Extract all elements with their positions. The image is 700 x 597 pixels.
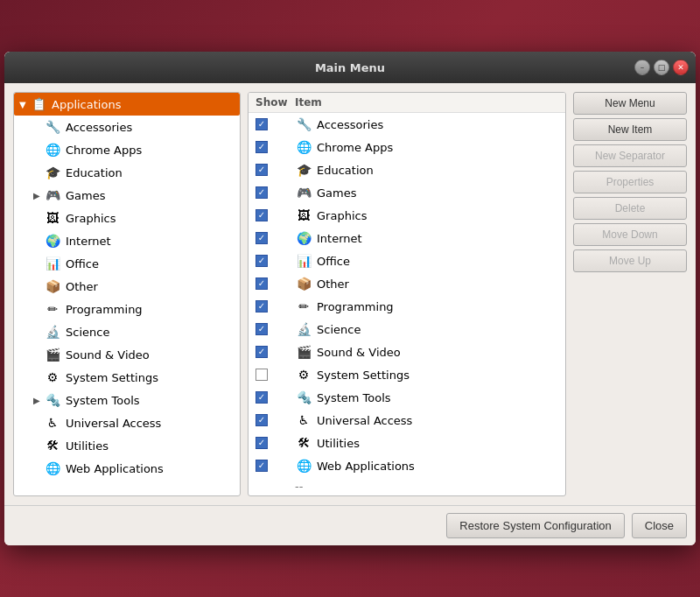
checkbox-chrome[interactable] [256, 141, 268, 153]
applications-root[interactable]: ▼ 📋 Applications [14, 93, 240, 116]
mid-internet-label: Internet [317, 232, 362, 245]
properties-button[interactable]: Properties [573, 171, 687, 193]
left-science[interactable]: 🔬 Science [14, 320, 240, 343]
checkbox-system-tools[interactable] [256, 391, 268, 404]
main-window: Main Menu – □ ✕ ▼ 📋 Applications 🔧 Acces… [4, 52, 696, 545]
check-system-settings[interactable] [256, 369, 295, 381]
move-up-button[interactable]: Move Up [573, 249, 687, 272]
checkbox-graphics[interactable] [256, 209, 268, 221]
left-games[interactable]: ▶ 🎮 Games [14, 184, 240, 207]
left-graphics[interactable]: 🖼 Graphics [14, 207, 240, 229]
left-education[interactable]: 🎓 Education [14, 161, 240, 184]
check-science[interactable] [256, 323, 295, 335]
mid-row-sound-video[interactable]: 🎬 Sound & Video [248, 341, 565, 363]
checkbox-education[interactable] [256, 164, 268, 176]
checkbox-internet[interactable] [256, 232, 268, 244]
check-universal-access[interactable] [256, 414, 295, 426]
science-label: Science [66, 326, 109, 339]
left-chrome[interactable]: 🌐 Chrome Apps [14, 138, 240, 161]
left-universal-access[interactable]: ♿ Universal Access [14, 411, 240, 434]
mid-row-accessories[interactable]: 🔧 Accessories [248, 113, 565, 136]
left-system-tools[interactable]: ▶ 🔩 System Tools [14, 389, 240, 411]
close-button[interactable]: ✕ [673, 60, 689, 75]
check-education[interactable] [256, 164, 295, 176]
restore-button[interactable]: Restore System Configuration [446, 513, 624, 538]
mid-system-tools-icon: 🔩 [295, 389, 312, 406]
left-web-apps[interactable]: 🌐 Web Applications [14, 457, 240, 480]
check-graphics[interactable] [256, 209, 295, 221]
mid-row-chrome[interactable]: 🌐 Chrome Apps [248, 136, 565, 158]
window-title: Main Menu [315, 61, 385, 74]
mid-row-universal-access[interactable]: ♿ Universal Access [248, 409, 565, 432]
checkbox-universal-access[interactable] [256, 414, 268, 426]
left-internet[interactable]: 🌍 Internet [14, 229, 240, 252]
games-label: Games [66, 189, 105, 202]
mid-row-games[interactable]: 🎮 Games [248, 181, 565, 204]
check-sound-video[interactable] [256, 346, 295, 358]
mid-row-system-tools[interactable]: 🔩 System Tools [248, 386, 565, 409]
new-separator-button[interactable]: New Separator [573, 144, 687, 167]
left-programming[interactable]: ✏️ Programming [14, 298, 240, 320]
left-office[interactable]: 📊 Office [14, 252, 240, 275]
minimize-button[interactable]: – [634, 60, 650, 75]
accessories-icon: 🔧 [44, 118, 61, 136]
checkbox-system-settings[interactable] [256, 369, 268, 381]
system-tools-label: System Tools [66, 394, 140, 407]
system-tools-icon: 🔩 [44, 391, 61, 409]
applications-icon: 📋 [30, 95, 47, 113]
mid-row-programming[interactable]: ✏️ Programming [248, 295, 565, 318]
mid-row-utilities[interactable]: 🛠 Utilities [248, 432, 565, 454]
checkbox-office[interactable] [256, 255, 268, 267]
left-system-settings[interactable]: ⚙️ System Settings [14, 366, 240, 389]
mid-row-education[interactable]: 🎓 Education [248, 158, 565, 181]
check-programming[interactable] [256, 300, 295, 313]
mid-row-other[interactable]: 📦 Other [248, 272, 565, 295]
check-chrome[interactable] [256, 141, 295, 153]
check-other[interactable] [256, 277, 295, 290]
web-apps-label: Web Applications [66, 462, 164, 475]
checkbox-games[interactable] [256, 186, 268, 199]
left-other[interactable]: 📦 Other [14, 275, 240, 298]
left-accessories[interactable]: 🔧 Accessories [14, 116, 240, 138]
programming-label: Programming [66, 303, 143, 316]
mid-graphics-icon: 🖼 [295, 207, 312, 224]
check-accessories[interactable] [256, 118, 295, 130]
internet-icon: 🌍 [44, 232, 61, 249]
mid-education-label: Education [317, 164, 374, 177]
mid-row-internet[interactable]: 🌍 Internet [248, 227, 565, 249]
checkbox-programming[interactable] [256, 300, 268, 313]
mid-row-science[interactable]: 🔬 Science [248, 318, 565, 341]
mid-other-label: Other [317, 277, 349, 291]
check-utilities[interactable] [256, 437, 295, 449]
delete-button[interactable]: Delete [573, 197, 687, 220]
close-window-button[interactable]: Close [632, 513, 687, 538]
checkbox-sound-video[interactable] [256, 346, 268, 358]
middle-panel: Show Item 🔧 Accessories 🌐 Chrome Apps 🎓 … [248, 92, 566, 496]
checkbox-science[interactable] [256, 323, 268, 335]
left-sound-video[interactable]: 🎬 Sound & Video [14, 343, 240, 366]
mid-row-web-apps[interactable]: 🌐 Web Applications [248, 454, 565, 477]
mid-science-icon: 🔬 [295, 320, 312, 338]
maximize-button[interactable]: □ [654, 60, 669, 75]
checkbox-other[interactable] [256, 277, 268, 290]
mid-internet-icon: 🌍 [295, 229, 312, 247]
new-menu-button[interactable]: New Menu [573, 92, 687, 115]
check-internet[interactable] [256, 232, 295, 244]
check-web-apps[interactable] [256, 460, 295, 472]
check-office[interactable] [256, 255, 295, 267]
new-item-button[interactable]: New Item [573, 118, 687, 141]
web-apps-icon: 🌐 [44, 460, 61, 477]
check-system-tools[interactable] [256, 391, 295, 404]
mid-row-office[interactable]: 📊 Office [248, 249, 565, 272]
checkbox-utilities[interactable] [256, 437, 268, 449]
universal-access-label: Universal Access [66, 417, 161, 430]
bottom-bar: Restore System Configuration Close [4, 505, 696, 545]
move-down-button[interactable]: Move Down [573, 223, 687, 246]
check-games[interactable] [256, 186, 295, 199]
mid-row-graphics[interactable]: 🖼 Graphics [248, 204, 565, 227]
checkbox-accessories[interactable] [256, 118, 268, 130]
mid-games-label: Games [317, 186, 356, 200]
checkbox-web-apps[interactable] [256, 460, 268, 472]
mid-row-system-settings[interactable]: ⚙️ System Settings [248, 363, 565, 386]
left-utilities[interactable]: 🛠 Utilities [14, 434, 240, 457]
